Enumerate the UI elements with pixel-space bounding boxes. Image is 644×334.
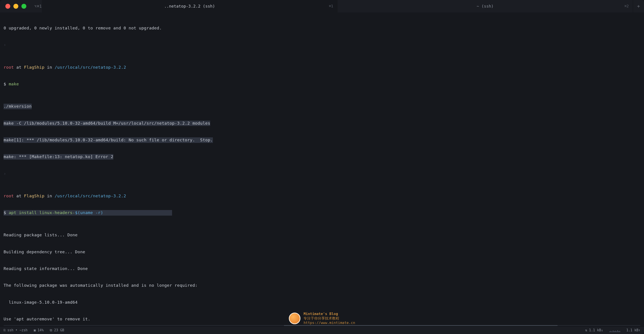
traffic-lights	[0, 4, 26, 9]
output-line: Reading state information... Done	[4, 266, 640, 272]
scrollbar-thumb[interactable]	[284, 325, 558, 326]
terminal-icon: ⎘	[4, 328, 6, 333]
output-line: linux-image-5.10.0-19-amd64	[4, 300, 640, 305]
output-line: 0 upgraded, 0 newly installed, 0 to remo…	[4, 25, 640, 31]
output-line: Reading package lists... Done	[4, 232, 640, 238]
pane-hint: ⌥⌘1	[34, 4, 42, 9]
new-tab-button[interactable]: +	[633, 3, 644, 9]
maximize-icon[interactable]	[22, 4, 26, 9]
tab-2[interactable]: ~ (ssh) ⌘2	[338, 0, 633, 12]
titlebar: ⌥⌘1 ..netatop-3.2.2 (ssh) ⌘1 ~ (ssh) ⌘2 …	[0, 0, 644, 12]
horizontal-scrollbar[interactable]	[4, 325, 640, 326]
network-icon: ⇅	[585, 328, 587, 333]
status-shell: ⎘ ssh • ~zsh	[4, 328, 28, 333]
status-cpu: ▣ 14%	[34, 328, 44, 333]
output-line: Building dependency tree... Done	[4, 249, 640, 255]
prompt-line: root at FlagShip in /usr/local/src/netat…	[4, 65, 640, 70]
output-line: Use 'apt autoremove' to remove it.	[4, 316, 640, 322]
output-line: The following package was automatically …	[4, 283, 640, 288]
command-line: $ apt install linux-headers-$(uname -r)	[4, 210, 640, 216]
tab-title: ~ (ssh)	[477, 3, 494, 9]
status-memory: ⧉ 23 GB	[50, 328, 64, 333]
output-line: make[1]: *** /lib/modules/5.10.0-32-amd6…	[4, 137, 640, 143]
cpu-icon: ▣	[34, 328, 36, 333]
terminal-body[interactable]: 0 upgraded, 0 newly installed, 0 to remo…	[0, 12, 644, 327]
statusbar: ⎘ ssh • ~zsh ▣ 14% ⧉ 23 GB ⇅ 1.1 kB↓	[0, 327, 644, 334]
command-line: $ make	[4, 81, 640, 87]
prompt-line: root at FlagShip in /usr/local/src/netat…	[4, 193, 640, 199]
terminal-window: ⌥⌘1 ..netatop-3.2.2 (ssh) ⌘1 ~ (ssh) ⌘2 …	[0, 0, 644, 334]
close-icon[interactable]	[5, 4, 10, 9]
memory-icon: ⧉	[50, 328, 52, 333]
status-net-down: ⇅ 1.1 kB↓	[585, 328, 603, 333]
output-line: ./mkversion	[4, 104, 640, 109]
tab-1[interactable]: ..netatop-3.2.2 (ssh) ⌘1	[42, 0, 338, 12]
prompt-arrow-icon: ›	[4, 42, 6, 47]
sparkline-icon	[610, 329, 620, 332]
prompt-arrow-icon: ›	[4, 171, 6, 176]
status-net-up: 1.1 kB↑	[626, 328, 640, 333]
output-line: make -C /lib/modules/5.10.0-32-amd64/bui…	[4, 121, 640, 126]
tab-title: ..netatop-3.2.2 (ssh)	[164, 3, 215, 9]
tab-bar: ..netatop-3.2.2 (ssh) ⌘1 ~ (ssh) ⌘2	[42, 0, 633, 12]
minimize-icon[interactable]	[14, 4, 18, 9]
tab-kbd: ⌘2	[624, 4, 628, 9]
tab-kbd: ⌘1	[329, 4, 333, 9]
output-line: make: *** [Makefile:13: netatop.ko] Erro…	[4, 154, 640, 160]
